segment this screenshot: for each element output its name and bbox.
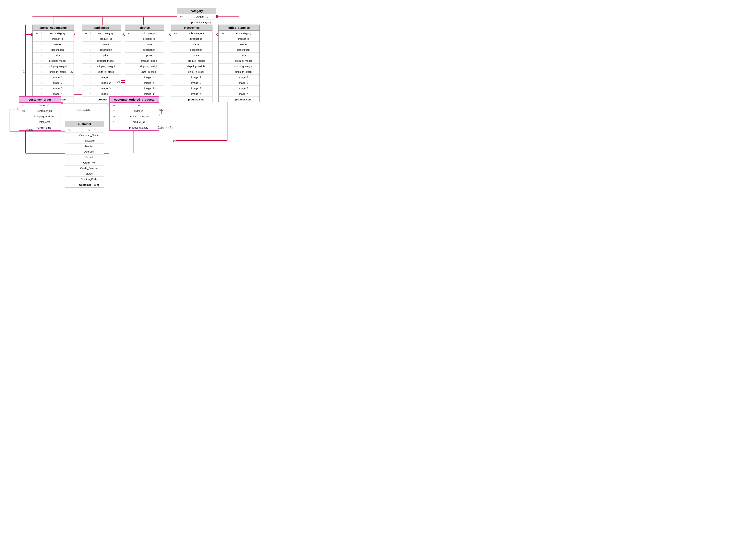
- entity-row: image_4: [33, 91, 74, 97]
- field-name: shipping_weight: [42, 64, 74, 68]
- field-name: name: [91, 42, 121, 46]
- entity-row: image_3: [82, 86, 121, 91]
- entity-row: product_id: [219, 36, 259, 42]
- field-name: image_4: [227, 92, 259, 96]
- entity-row: units_in_stock: [219, 69, 259, 75]
- entity-row: image_2: [219, 80, 259, 86]
- field-name: Address: [74, 150, 104, 154]
- field-name: image_4: [134, 92, 164, 96]
- field-name: id: [118, 103, 159, 108]
- entity-clothes-header: clothes: [125, 25, 164, 31]
- field-name: sub_category: [134, 31, 164, 35]
- pk-label: [33, 38, 42, 40]
- entity-clothes: clothes PK sub_category product_id name …: [125, 25, 164, 102]
- field-name: order_id: [118, 109, 159, 113]
- field-name: price: [91, 53, 121, 57]
- field-name: sub_category: [91, 31, 121, 35]
- field-name: shipping_weight: [91, 64, 121, 68]
- entity-row: PK id: [110, 103, 159, 108]
- field-name: image_3: [180, 86, 212, 90]
- field-name: image_2: [227, 81, 259, 85]
- entity-row: PK sub_category: [125, 31, 164, 36]
- erd-canvas: category PK Category_ID product_category…: [0, 0, 756, 547]
- relationship-contains: contains: [77, 108, 90, 112]
- entity-sports-equipments-header: sports_equipments: [33, 25, 74, 31]
- field-name: product_model: [134, 59, 164, 63]
- entity-customer-ordered-products: customer_ordered_products PK id FK order…: [109, 96, 159, 131]
- entity-row: product_model: [219, 58, 259, 64]
- field-name: product_model: [91, 59, 121, 63]
- entity-row: image_4: [219, 91, 259, 97]
- field-name: product_id: [227, 37, 259, 41]
- entity-row: image_2: [82, 80, 121, 86]
- entity-row: shipping_weight: [219, 64, 259, 69]
- entity-row: description: [219, 47, 259, 53]
- field-name: image_1: [227, 75, 259, 79]
- field-name: product_model: [180, 59, 212, 63]
- field-name: product_category: [118, 114, 159, 119]
- entity-row: shipping_weight: [125, 64, 164, 69]
- entity-row: Address: [65, 149, 104, 155]
- field-name: product_id: [180, 37, 212, 41]
- entity-electronics-header: electronics: [171, 25, 212, 31]
- field-name: product_id: [42, 37, 74, 41]
- entity-row: description: [82, 47, 121, 53]
- field-name: Status: [74, 172, 104, 176]
- field-name: sub_category: [42, 31, 74, 35]
- entity-row: PK Category_ID: [177, 14, 216, 19]
- entity-electronics: electronics PK sub_category product_id n…: [171, 25, 212, 102]
- field-name: product_id: [134, 37, 164, 41]
- entity-row: FK Customer_ID: [19, 108, 61, 114]
- field-name: Credit_No: [74, 161, 104, 165]
- field-name: units_in_stock: [227, 70, 259, 74]
- field-name: image_1: [42, 75, 74, 79]
- entity-row: image_3: [33, 86, 74, 91]
- field-name: product_id: [91, 37, 121, 41]
- entity-row: price: [171, 53, 212, 58]
- field-name: image_4: [42, 92, 74, 96]
- field-name: price: [134, 53, 164, 57]
- field-name: ID: [74, 128, 104, 132]
- entity-row: image_1: [82, 75, 121, 80]
- entity-row: units_in_stock: [171, 69, 212, 75]
- entity-row: description: [171, 47, 212, 53]
- field-name: description: [180, 48, 212, 52]
- entity-row: price: [82, 53, 121, 58]
- entity-row: product_quantity: [110, 125, 159, 130]
- entity-row: image_4: [125, 91, 164, 97]
- relationship-is-3: is: [117, 80, 120, 84]
- entity-office-supplies: office_supplies PK sub_category product_…: [218, 25, 260, 102]
- field-name: image_3: [91, 86, 121, 90]
- entity-row: PK ID: [65, 127, 104, 133]
- entity-row: name: [171, 42, 212, 47]
- field-name: image_4: [180, 92, 212, 96]
- entity-row: product_model: [171, 58, 212, 64]
- entity-row: product_id: [125, 36, 164, 42]
- entity-category-header: category: [177, 8, 216, 14]
- entity-row: product_model: [82, 58, 121, 64]
- entity-row: product_id: [82, 36, 121, 42]
- field-name: price: [180, 53, 212, 57]
- field-name: Confirm_Code: [74, 177, 104, 181]
- entity-row: units_in_stock: [125, 69, 164, 75]
- entity-row: PK sub_category: [219, 31, 259, 36]
- field-name: image_3: [227, 86, 259, 90]
- field-name: Customer_Name: [74, 133, 104, 137]
- entity-row: product_id: [171, 36, 212, 42]
- field-name: name: [227, 42, 259, 46]
- field-name: Total_cost: [28, 120, 61, 124]
- entity-row: Total_cost: [19, 119, 61, 125]
- entity-appliances: appliances PK sub_category product_id na…: [82, 25, 121, 102]
- entity-row: FK product_id: [110, 119, 159, 125]
- relationship-falls-under: falls under: [157, 126, 174, 130]
- entity-row: product_sold: [171, 97, 212, 102]
- entity-row: units_in_stock: [82, 69, 121, 75]
- field-name: product_sold: [227, 98, 259, 102]
- entity-row: image_2: [33, 80, 74, 86]
- field-name: Order_ID: [28, 103, 61, 108]
- field-name: image_3: [134, 86, 164, 90]
- entity-row: image_3: [219, 86, 259, 91]
- entity-row: product_id: [33, 36, 74, 42]
- entity-row: PK sub_category: [82, 31, 121, 36]
- pk-label: PK: [33, 32, 42, 35]
